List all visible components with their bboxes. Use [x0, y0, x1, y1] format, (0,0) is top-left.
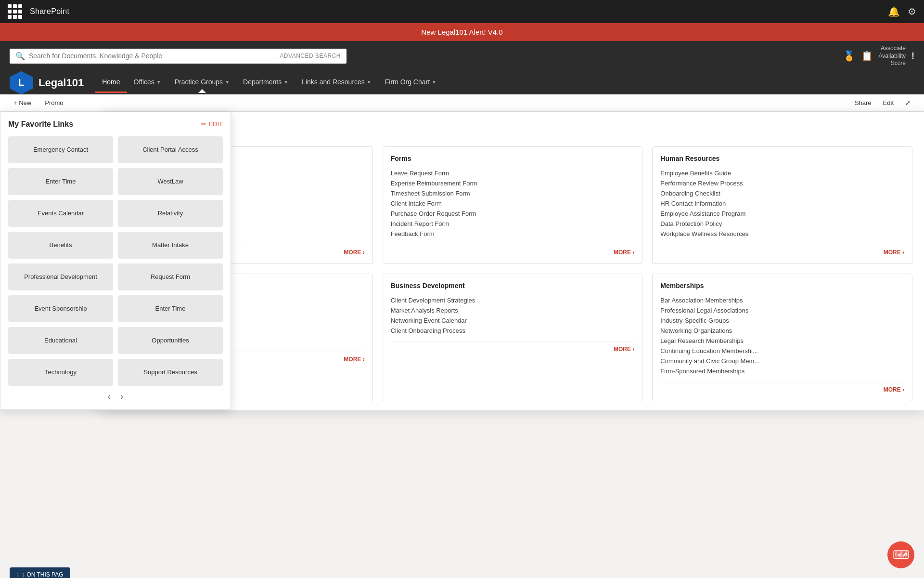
fav-links-grid: Emergency ContactClient Portal AccessEnt… [8, 136, 223, 386]
next-page-button[interactable]: › [120, 392, 123, 402]
fav-link-button[interactable]: Request Form [118, 263, 223, 290]
nav-label-offices: Offices [134, 78, 154, 86]
alert-bar: New Legal101 Alert! V4.0 [0, 23, 924, 41]
nav-item-practice-groups[interactable]: Practice Groups ▼ [168, 72, 236, 93]
resource-grid: Policies & ManualsEmployee HandbookCode … [113, 146, 912, 401]
resource-list-item[interactable]: Professional Legal Associations [660, 305, 904, 315]
resource-card-title: Forms [391, 155, 635, 162]
chevron-down-icon-org-chart: ▼ [432, 79, 436, 85]
nav-item-offices[interactable]: Offices ▼ [127, 72, 168, 93]
fav-link-button[interactable]: Support Resources [118, 359, 223, 386]
badge-icon[interactable]: 🏅 [843, 50, 855, 62]
resource-list-item[interactable]: Continuing Education Membershi... [660, 346, 904, 356]
expand-button[interactable]: ⤢ [901, 97, 914, 108]
chat-button[interactable]: ⌨ [887, 541, 914, 568]
resource-list-item[interactable]: Onboarding Checklist [660, 188, 904, 198]
fav-link-button[interactable]: Relativity [118, 200, 223, 227]
resource-list-item[interactable]: Purchase Order Request Form [391, 209, 635, 219]
resource-list-item[interactable]: Bar Association Memberships [660, 295, 904, 305]
resource-list-item[interactable]: Performance Review Process [660, 178, 904, 188]
header-top: 🔍 ADVANCED SEARCH 🏅 📋 AssociateAvailabil… [10, 45, 914, 71]
edit-button[interactable]: Edit [879, 97, 898, 108]
action-bar-right: Share Edit ⤢ [851, 97, 914, 108]
chevron-down-icon-practice-groups: ▼ [225, 79, 230, 85]
resource-more-link[interactable]: MORE › [391, 245, 635, 256]
fav-link-button[interactable]: Client Portal Access [118, 136, 223, 163]
resource-card-forms: FormsLeave Request FormExpense Reimburse… [383, 146, 643, 264]
fav-link-button[interactable]: Professional Development [8, 263, 113, 290]
search-bar[interactable]: 🔍 ADVANCED SEARCH [10, 49, 346, 64]
resource-list-item[interactable]: Leave Request Form [391, 168, 635, 178]
nav-item-departments[interactable]: Departments ▼ [236, 72, 295, 93]
edit-icon: ✏ [201, 120, 206, 128]
alert-text: New Legal101 Alert! V4.0 [421, 28, 502, 36]
resource-list-item[interactable]: Incident Report Form [391, 219, 635, 229]
fav-link-button[interactable]: Enter Time [118, 295, 223, 322]
on-this-page-button[interactable]: ↕ ↕ ON THIS PAG [10, 567, 70, 578]
resource-list-item[interactable]: Employee Assistance Program [660, 209, 904, 219]
logo-area: L Legal101 [10, 71, 84, 94]
chat-icon: ⌨ [893, 548, 910, 562]
advanced-search-button[interactable]: ADVANCED SEARCH [280, 53, 341, 59]
resource-list-item[interactable]: Legal Research Memberships [660, 336, 904, 346]
fav-link-button[interactable]: Technology [8, 359, 113, 386]
resource-list-item[interactable]: Client Development Strategies [391, 295, 635, 305]
resource-more-link[interactable]: MORE › [391, 342, 635, 353]
prev-page-button[interactable]: ‹ [108, 392, 111, 402]
featured-resources-title: Featured Resources [113, 123, 912, 137]
resource-list-item[interactable]: Firm-Sponsored Memberships [660, 366, 904, 376]
fav-link-button[interactable]: Emergency Contact [8, 136, 113, 163]
fav-links-edit-button[interactable]: ✏ EDIT [201, 120, 223, 128]
fav-links-panel: My Favorite Links ✏ EDIT Emergency Conta… [0, 112, 231, 410]
resource-list-item[interactable]: Timesheet Submission Form [391, 188, 635, 198]
resource-list: Employee Benefits GuidePerformance Revie… [660, 168, 904, 239]
fav-link-button[interactable]: Enter Time [8, 168, 113, 195]
nav-label-home: Home [102, 78, 120, 86]
resource-list-item[interactable]: Employee Benefits Guide [660, 168, 904, 178]
nav-item-links-resources[interactable]: Links and Resources ▼ [295, 72, 378, 93]
document-icon[interactable]: 📋 [861, 50, 873, 62]
resource-list: Bar Association MembershipsProfessional … [660, 295, 904, 376]
fav-link-button[interactable]: Matter Intake [118, 232, 223, 259]
search-input[interactable] [29, 52, 276, 60]
promo-button[interactable]: Promo [41, 97, 67, 108]
fav-link-button[interactable]: Event Sponsorship [8, 295, 113, 322]
resource-list-item[interactable]: HR Contact Information [660, 198, 904, 209]
resource-list-item[interactable]: Expense Reimbursement Form [391, 178, 635, 188]
new-button[interactable]: + New [10, 97, 35, 108]
resource-list-item[interactable]: Feedback Form [391, 229, 635, 239]
resource-list-item[interactable]: Networking Event Calendar [391, 315, 635, 326]
settings-icon[interactable]: ⚙ [908, 6, 916, 17]
fav-link-button[interactable]: Events Calendar [8, 200, 113, 227]
resource-list-item[interactable]: Community and Civic Group Mem... [660, 356, 904, 366]
resource-list-item[interactable]: Market Analysis Reports [391, 305, 635, 315]
fav-link-button[interactable]: Opportunities [118, 327, 223, 354]
nav-item-home[interactable]: Home [95, 72, 127, 93]
resource-card-memberships: MembershipsBar Association MembershipsPr… [652, 274, 912, 401]
resource-card-title: Business Development [391, 282, 635, 289]
resource-list-item[interactable]: Networking Organizations [660, 326, 904, 336]
top-bar-right: 🔔 ⚙ [888, 6, 916, 17]
top-bar-left: SharePoint [8, 4, 69, 19]
nav-label-firm-org-chart: Firm Org Chart [385, 78, 430, 86]
resource-list-item[interactable]: Client Onboarding Process [391, 326, 635, 336]
fav-link-button[interactable]: WestLaw [118, 168, 223, 195]
fav-link-button[interactable]: Educational [8, 327, 113, 354]
resource-list-item[interactable]: Workplace Wellness Resources [660, 229, 904, 239]
top-bar: SharePoint 🔔 ⚙ [0, 0, 924, 23]
nav-item-firm-org-chart[interactable]: Firm Org Chart ▼ [378, 72, 443, 93]
resource-more-link[interactable]: MORE › [660, 382, 904, 393]
resource-list-item[interactable]: Data Protection Policy [660, 219, 904, 229]
resource-list: Leave Request FormExpense Reimbursement … [391, 168, 635, 239]
resource-list-item[interactable]: Industry-Specific Groups [660, 315, 904, 326]
nav-dropdown-triangle [198, 89, 206, 93]
resource-more-link[interactable]: MORE › [660, 245, 904, 256]
chevron-down-icon-offices: ▼ [156, 79, 161, 85]
waffle-icon[interactable] [8, 4, 22, 19]
fav-link-button[interactable]: Benefits [8, 232, 113, 259]
nav-label-practice-groups: Practice Groups [175, 78, 223, 86]
share-button[interactable]: Share [851, 97, 875, 108]
associate-score-label: AssociateAvailabilityScore [879, 45, 906, 67]
notification-icon[interactable]: 🔔 [888, 6, 900, 17]
resource-list-item[interactable]: Client Intake Form [391, 198, 635, 209]
